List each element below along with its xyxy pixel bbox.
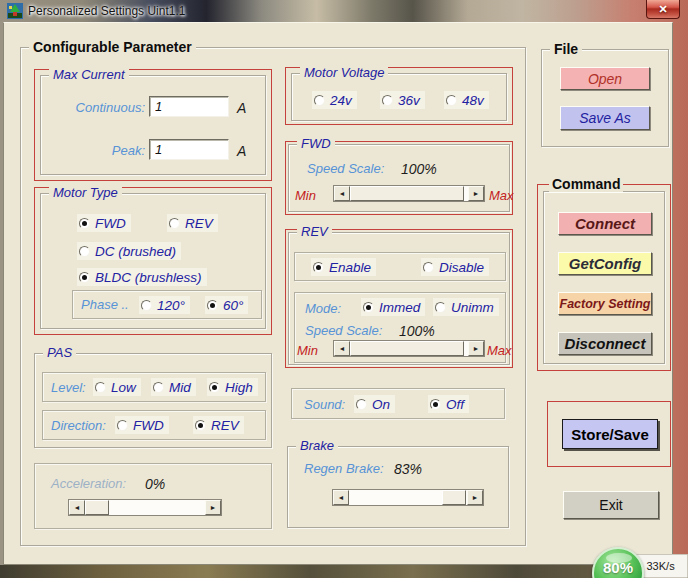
fwd-max-label: Max <box>489 188 514 203</box>
radio-pas-low[interactable]: Low <box>93 378 141 396</box>
radio-phase-60[interactable]: 60° <box>205 296 248 314</box>
radio-24v-label: 24v <box>330 93 352 108</box>
radio-dot <box>195 420 206 431</box>
radio-rev-disable-label: Disable <box>439 260 484 275</box>
fwd-min-label: Min <box>295 188 316 203</box>
slider-track[interactable] <box>349 490 467 505</box>
connect-button[interactable]: Connect <box>558 212 652 235</box>
title-bar[interactable]: Personalized Settings Uint1.1 ✕ <box>0 0 688 22</box>
command-title: Command <box>549 176 623 192</box>
slider-track[interactable] <box>350 341 468 356</box>
fwd-speed-scale-label: Speed Scale: <box>307 161 384 176</box>
rev-enable-box: Enable Disable <box>294 252 506 281</box>
radio-48v[interactable]: 48v <box>444 91 489 109</box>
slider-left-arrow-icon[interactable]: ◄ <box>334 341 350 356</box>
radio-dot <box>423 262 434 273</box>
slider-right-arrow-icon[interactable]: ► <box>467 490 483 505</box>
brake-group: Brake Regen Brake: 83% ◄ ► <box>287 446 509 528</box>
pas-direction-box: Direction: FWD REV <box>42 410 266 440</box>
slider-thumb[interactable] <box>85 500 109 515</box>
slider-thumb[interactable] <box>350 341 464 356</box>
acceleration-slider[interactable]: ◄ ► <box>68 499 222 516</box>
radio-mode-immed[interactable]: Immed <box>361 298 425 316</box>
radio-phase-120[interactable]: 120° <box>139 296 190 314</box>
radio-dot <box>363 302 374 313</box>
rev-max-label: Max <box>487 343 512 358</box>
regen-brake-value: 83% <box>394 461 422 477</box>
pas-level-box: Level: Low Mid High <box>42 372 266 402</box>
slider-thumb[interactable] <box>442 490 466 505</box>
slider-left-arrow-icon[interactable]: ◄ <box>333 490 349 505</box>
slider-thumb[interactable] <box>350 186 464 201</box>
pas-direction-label: Direction: <box>51 418 106 433</box>
radio-rev-disable[interactable]: Disable <box>421 258 489 276</box>
radio-pas-fwd[interactable]: FWD <box>115 416 169 434</box>
disconnect-button[interactable]: Disconnect <box>558 332 652 355</box>
radio-dot <box>79 246 90 257</box>
radio-sound-off[interactable]: Off <box>428 395 469 413</box>
radio-mode-immed-label: Immed <box>379 300 420 315</box>
factory-setting-button[interactable]: Factory Setting <box>558 292 652 315</box>
max-current-group: Max Current Continuous: A Peak: A <box>40 75 266 175</box>
phase-label: Phase .. <box>81 297 129 312</box>
radio-pas-rev[interactable]: REV <box>193 416 244 434</box>
window-bottom-border <box>0 565 688 578</box>
radio-motor-fwd[interactable]: FWD <box>77 214 131 232</box>
sound-box: Sound: On Off <box>291 388 505 419</box>
radio-bldc-brushless[interactable]: BLDC (brushless) <box>77 268 207 286</box>
radio-dot <box>153 382 164 393</box>
slider-right-arrow-icon[interactable]: ► <box>468 341 484 356</box>
radio-36v[interactable]: 36v <box>380 91 425 109</box>
radio-sound-on[interactable]: On <box>354 395 395 413</box>
radio-dot <box>435 302 446 313</box>
open-button[interactable]: Open <box>560 67 650 90</box>
peak-unit: A <box>237 143 246 159</box>
rev-group: REV Enable Disable Mode: Immed <box>288 232 510 365</box>
rev-speed-scale-value: 100% <box>399 323 435 339</box>
window-title: Personalized Settings Uint1.1 <box>28 4 185 18</box>
getconfig-button[interactable]: GetConfig <box>558 252 652 275</box>
radio-dc-brushed[interactable]: DC (brushed) <box>77 242 181 260</box>
radio-dot <box>209 382 220 393</box>
slider-right-arrow-icon[interactable]: ► <box>468 186 484 201</box>
pas-group: PAS Level: Low Mid High Direction: <box>34 353 272 448</box>
peak-input[interactable] <box>149 139 229 160</box>
close-button[interactable]: ✕ <box>646 0 680 19</box>
rev-title: REV <box>297 224 332 239</box>
radio-24v[interactable]: 24v <box>312 91 357 109</box>
radio-rev-enable[interactable]: Enable <box>311 258 376 276</box>
radio-dot <box>169 218 180 229</box>
store-save-button[interactable]: Store/Save <box>562 419 658 449</box>
radio-pas-high-label: High <box>225 380 253 395</box>
radio-dot <box>207 300 218 311</box>
slider-track[interactable] <box>85 500 205 515</box>
slider-left-arrow-icon[interactable]: ◄ <box>334 186 350 201</box>
slider-track[interactable] <box>350 186 468 201</box>
radio-pas-mid[interactable]: Mid <box>151 378 196 396</box>
slider-right-arrow-icon[interactable]: ► <box>205 500 221 515</box>
acceleration-label: Acceleration: <box>51 476 126 491</box>
radio-dot <box>79 272 90 283</box>
radio-phase-60-label: 60° <box>223 298 243 313</box>
fwd-speed-slider[interactable]: ◄ ► <box>333 185 485 202</box>
rev-mode-box: Mode: Immed Unimm Speed Scale: 100% Min … <box>294 292 506 363</box>
continuous-input[interactable] <box>149 96 229 117</box>
rev-speed-slider[interactable]: ◄ ► <box>333 340 485 357</box>
file-title: File <box>550 41 582 57</box>
radio-dc-brushed-label: DC (brushed) <box>95 244 176 259</box>
phase-box: Phase .. 120° 60° <box>72 290 262 319</box>
radio-dot <box>141 300 152 311</box>
radio-dot <box>356 399 367 410</box>
radio-mode-unimm[interactable]: Unimm <box>433 298 499 316</box>
radio-dot <box>446 95 457 106</box>
regen-brake-label: Regen Brake: <box>304 461 384 476</box>
radio-dot <box>117 420 128 431</box>
radio-motor-rev[interactable]: REV <box>167 214 218 232</box>
exit-button[interactable]: Exit <box>563 491 659 519</box>
save-as-button[interactable]: Save As <box>560 106 650 130</box>
command-group: Connect GetConfig Factory Setting Discon… <box>543 191 665 364</box>
slider-left-arrow-icon[interactable]: ◄ <box>69 500 85 515</box>
regen-brake-slider[interactable]: ◄ ► <box>332 489 484 506</box>
radio-pas-high[interactable]: High <box>207 378 258 396</box>
motor-type-group: Motor Type FWD REV DC (brushed) BLDC (br… <box>40 193 266 329</box>
